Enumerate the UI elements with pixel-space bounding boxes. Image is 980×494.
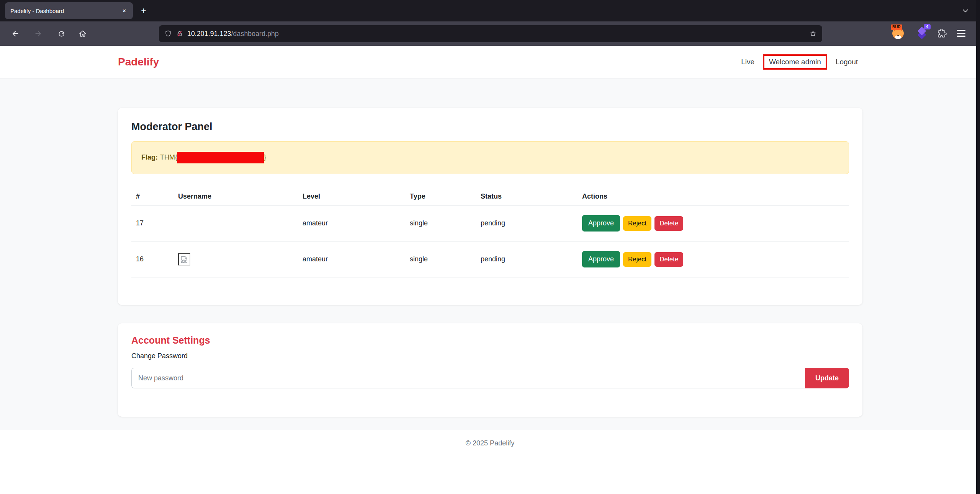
forward-arrow-icon [34, 29, 43, 38]
chevron-down-icon [962, 7, 969, 15]
col-header-actions: Actions [578, 188, 849, 205]
list-all-tabs-button[interactable] [962, 7, 969, 15]
footer-copyright: © 2025 Padelify [466, 439, 514, 447]
change-password-label: Change Password [131, 352, 849, 360]
window-scrollbar-strip[interactable] [976, 0, 980, 494]
flag-redaction [177, 152, 264, 163]
tab-title: Padelify - Dashboard [10, 8, 119, 14]
password-input-group: Update [131, 368, 849, 388]
url-text: 10.201.91.123/dashboard.php [187, 30, 279, 38]
menu-button[interactable] [954, 26, 968, 40]
row-actions: Approve Reject Delete [578, 241, 849, 277]
approve-button[interactable]: Approve [582, 215, 620, 232]
panel-title: Moderator Panel [131, 121, 849, 133]
url-path: /dashboard.php [231, 30, 279, 37]
forward-button[interactable] [31, 27, 45, 41]
row-status: pending [476, 246, 578, 273]
moderator-panel-card: Moderator Panel Flag:THM{} # Username Le… [118, 108, 862, 305]
extensions-button[interactable] [935, 26, 949, 40]
table-row: 17 amateur single pending Approve Reject… [131, 205, 849, 241]
row-username [173, 214, 298, 233]
site-nav: Live Welcome admin Logout [741, 54, 858, 70]
new-tab-button[interactable]: + [138, 5, 149, 16]
reject-button[interactable]: Reject [623, 252, 651, 267]
account-settings-title: Account Settings [131, 335, 849, 346]
flag-suffix: } [264, 153, 266, 161]
home-icon [79, 29, 87, 38]
table-header-row: # Username Level Type Status Actions [131, 188, 849, 205]
puzzle-piece-icon [937, 29, 947, 38]
site-logo[interactable]: Padelify [118, 56, 159, 68]
flag-prefix: THM{ [160, 153, 177, 161]
row-id: 17 [131, 210, 173, 237]
nav-link-live[interactable]: Live [741, 58, 754, 66]
row-status: pending [476, 210, 578, 237]
delete-button[interactable]: Delete [654, 216, 683, 231]
table-row: 16 amateur single pending Approve Re [131, 241, 849, 277]
site-footer: © 2025 Padelify [0, 430, 980, 494]
extension-count-badge: 4 [924, 24, 931, 29]
row-type: single [405, 246, 476, 273]
back-arrow-icon [11, 29, 20, 38]
flag-banner: Flag:THM{} [131, 141, 849, 174]
row-actions: Approve Reject Delete [578, 205, 849, 241]
site-header: Padelify Live Welcome admin Logout [0, 46, 980, 78]
nav-link-logout[interactable]: Logout [836, 58, 858, 66]
row-level: amateur [298, 246, 405, 273]
navigation-toolbar: 10.201.91.123/dashboard.php BUR 4 [0, 21, 980, 46]
reload-button[interactable] [54, 27, 68, 41]
insecure-lock-icon[interactable] [176, 30, 183, 37]
proxy-badge: BUR [891, 24, 902, 30]
row-type: single [405, 210, 476, 237]
new-password-input[interactable] [131, 368, 805, 388]
back-button[interactable] [8, 27, 22, 41]
url-bar[interactable]: 10.201.91.123/dashboard.php [159, 25, 822, 42]
page-content: Padelify Live Welcome admin Logout Moder… [0, 46, 980, 494]
row-username [173, 244, 298, 275]
approve-button[interactable]: Approve [582, 251, 620, 267]
col-header-level: Level [298, 188, 405, 205]
col-header-id: # [131, 188, 173, 205]
tab-close-icon[interactable]: ✕ [119, 7, 129, 15]
hamburger-icon [957, 30, 965, 37]
tab-bar: Padelify - Dashboard ✕ + [0, 0, 980, 21]
col-header-status: Status [476, 188, 578, 205]
main-area: Moderator Panel Flag:THM{} # Username Le… [0, 78, 980, 430]
bookmark-star-button[interactable] [809, 30, 817, 37]
tracking-shield-icon[interactable] [164, 30, 172, 37]
row-id: 16 [131, 246, 173, 273]
update-button[interactable]: Update [805, 368, 849, 388]
row-level: amateur [298, 210, 405, 237]
proxy-extension-button[interactable]: BUR [892, 28, 905, 40]
col-header-type: Type [405, 188, 476, 205]
layers-extension-button[interactable]: 4 [916, 28, 928, 40]
col-header-username: Username [173, 188, 298, 205]
reject-button[interactable]: Reject [623, 216, 651, 231]
url-host: 10.201.91.123 [187, 30, 231, 37]
browser-tab[interactable]: Padelify - Dashboard ✕ [5, 2, 133, 19]
delete-button[interactable]: Delete [654, 252, 683, 267]
reload-icon [57, 30, 65, 38]
star-icon [809, 30, 817, 37]
flag-label: Flag: [141, 153, 158, 161]
broken-image-icon [178, 253, 190, 266]
nav-welcome-admin[interactable]: Welcome admin [763, 54, 827, 70]
home-button[interactable] [76, 27, 90, 41]
account-settings-card: Account Settings Change Password Update [118, 323, 862, 417]
